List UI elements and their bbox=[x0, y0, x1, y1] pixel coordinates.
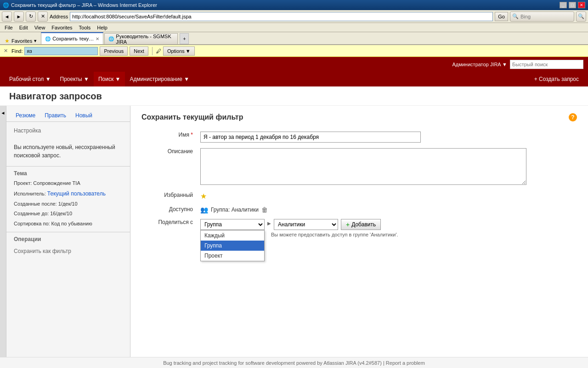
find-options-label: Options bbox=[167, 48, 185, 54]
description-textarea[interactable] bbox=[200, 148, 526, 185]
delete-group-icon[interactable]: 🗑 bbox=[261, 206, 268, 213]
menu-view[interactable]: View bbox=[32, 23, 48, 32]
share-note: Вы можете предоставить доступ в группе '… bbox=[271, 232, 573, 237]
tab-save-filter[interactable]: 🌐 Сохранить теку… ✕ bbox=[41, 32, 103, 44]
highlight-icon: 🖊 bbox=[156, 48, 161, 54]
maximize-button[interactable]: □ bbox=[569, 2, 576, 8]
favorites-label[interactable]: Favorites bbox=[11, 38, 32, 44]
sidebar-meta-sort: Сортировка по: Код по убыванию bbox=[6, 219, 130, 229]
dropdown-item-everyone[interactable]: Каждый bbox=[201, 230, 264, 241]
share-row: Группа Каждый Проект Каждый Группа Проек… bbox=[200, 219, 573, 230]
tab-close-save[interactable]: ✕ bbox=[96, 36, 99, 41]
find-separator bbox=[152, 47, 153, 55]
forward-button[interactable]: ► bbox=[14, 12, 24, 22]
add-label: Добавить bbox=[351, 221, 376, 228]
description-label: Описание bbox=[141, 145, 197, 189]
app-nav: Рабочий стол ▼ Проекты ▼ Поиск ▼ Админис… bbox=[0, 72, 588, 86]
find-options-button[interactable]: Options ▼ bbox=[163, 46, 195, 56]
add-share-button[interactable]: + Добавить bbox=[341, 219, 381, 230]
group-select[interactable]: Аналитики bbox=[274, 219, 338, 230]
nav-projects[interactable]: Проекты ▼ bbox=[56, 72, 94, 86]
sidebar-meta-executor: Исполнитель: Текущий пользователь bbox=[6, 189, 130, 199]
filter-name-input[interactable] bbox=[200, 132, 421, 143]
form-table: Имя * Описание Избранный ★ bbox=[141, 129, 577, 240]
close-button[interactable]: ✕ bbox=[578, 2, 585, 8]
available-group-text: Группа: Аналитики bbox=[211, 207, 259, 213]
find-next-button[interactable]: Next bbox=[130, 46, 148, 56]
dropdown-item-project[interactable]: Проект bbox=[201, 251, 264, 261]
name-label: Имя * bbox=[141, 129, 197, 145]
admin-label[interactable]: Администратор JIRA ▼ bbox=[452, 62, 507, 67]
sidebar-meta-created-before: Созданные до: 16/дек/10 bbox=[6, 209, 130, 219]
address-bar: ◄ ► ↻ ✕ Address Go 🔍 🔍 bbox=[0, 10, 588, 23]
quick-search-input[interactable] bbox=[510, 60, 583, 69]
sidebar-tab-edit[interactable]: Править bbox=[40, 110, 71, 121]
search-button[interactable]: 🔍 bbox=[510, 12, 574, 22]
bing-search-input[interactable] bbox=[520, 14, 562, 19]
title-bar: 🌐 Сохранить текущий фильтр – JIRA – Wind… bbox=[0, 0, 588, 10]
tab-label-manager: Руководитель - SGMSK JIRA bbox=[116, 34, 174, 45]
share-type-wrapper: Группа Каждый Проект Каждый Группа Проек… bbox=[200, 219, 265, 230]
share-type-dropdown: Каждый Группа Проект bbox=[200, 230, 265, 261]
find-close-button[interactable]: ✕ bbox=[4, 48, 8, 54]
tab-manager[interactable]: 🌐 Руководитель - SGMSK JIRA bbox=[104, 33, 178, 44]
executor-link[interactable]: Текущий пользователь bbox=[47, 189, 106, 199]
window-title: Сохранить текущий фильтр – JIRA – Window… bbox=[11, 2, 157, 8]
sidebar-tab-resume[interactable]: Резюме bbox=[11, 110, 40, 121]
find-label: Find: bbox=[11, 48, 23, 54]
stop-button[interactable]: ✕ bbox=[38, 12, 48, 22]
form-row-share: Поделиться с Группа Каждый Проект Кажд bbox=[141, 216, 577, 240]
new-tab-button[interactable]: + bbox=[180, 33, 189, 44]
form-row-name: Имя * bbox=[141, 129, 577, 145]
tab-label-save: Сохранить теку… bbox=[52, 36, 94, 41]
nav-admin[interactable]: Администрирование ▼ bbox=[125, 72, 194, 86]
sidebar-info-text: Вы используете новый, несохраненный поис… bbox=[6, 139, 130, 163]
quick-search-bar: Администратор JIRA ▼ bbox=[0, 57, 588, 72]
sidebar-tabs: Резюме Править Новый bbox=[6, 110, 130, 122]
menu-favorites[interactable]: Favorites bbox=[49, 23, 75, 32]
favorites-arrow: ▼ bbox=[33, 39, 37, 43]
sidebar-settings-link[interactable]: Настройка bbox=[14, 126, 123, 136]
browser-icon: 🌐 bbox=[3, 2, 9, 8]
share-type-select[interactable]: Группа Каждый Проект bbox=[200, 219, 265, 230]
page-title: Навигатор запросов bbox=[9, 91, 581, 102]
find-previous-button[interactable]: Previous bbox=[100, 46, 128, 56]
tab-icon-manager: 🌐 bbox=[108, 36, 114, 41]
minimize-button[interactable]: _ bbox=[560, 2, 567, 8]
go-button[interactable]: Go bbox=[495, 12, 508, 21]
content-area: Сохранить текущий фильтр ? Имя * Описани… bbox=[130, 106, 588, 357]
favorite-star[interactable]: ★ bbox=[200, 192, 207, 200]
tabs-bar: ★ Favorites ▼ 🌐 Сохранить теку… ✕ 🌐 Руко… bbox=[0, 32, 588, 45]
help-icon[interactable]: ? bbox=[569, 113, 577, 121]
tab-icon-save: 🌐 bbox=[45, 36, 51, 41]
dropdown-item-group[interactable]: Группа bbox=[201, 241, 264, 251]
menu-bar: File Edit View Favorites Tools Help bbox=[0, 23, 588, 32]
sidebar: Резюме Править Новый Настройка Вы исполь… bbox=[6, 106, 130, 357]
form-row-favorite: Избранный ★ bbox=[141, 189, 577, 203]
sidebar-operations-label: Операции bbox=[6, 232, 130, 244]
menu-edit[interactable]: Edit bbox=[17, 23, 31, 32]
nav-desktop[interactable]: Рабочий стол ▼ bbox=[5, 72, 56, 86]
group-people-icon: 👥 bbox=[200, 206, 208, 213]
menu-help[interactable]: Help bbox=[94, 23, 110, 32]
save-filter-link[interactable]: Сохранить как фильтр bbox=[14, 246, 123, 256]
address-input[interactable] bbox=[70, 12, 493, 21]
find-bar: ✕ Find: Previous Next 🖊 Options ▼ bbox=[0, 45, 588, 57]
refresh-button[interactable]: ↻ bbox=[26, 12, 36, 22]
address-label: Address bbox=[50, 14, 68, 19]
nav-search[interactable]: Поиск ▼ bbox=[94, 72, 125, 86]
favorite-label: Избранный bbox=[141, 189, 197, 203]
sidebar-collapse-button[interactable]: ◄ bbox=[0, 106, 6, 357]
sidebar-tab-new[interactable]: Новый bbox=[71, 110, 97, 121]
available-row: 👥 Группа: Аналитики 🗑 bbox=[200, 206, 573, 213]
menu-tools[interactable]: Tools bbox=[76, 23, 94, 32]
search-submit-icon[interactable]: 🔍 bbox=[576, 12, 586, 22]
find-input[interactable] bbox=[24, 47, 98, 55]
menu-file[interactable]: File bbox=[2, 23, 16, 32]
footer-text: Bug tracking and project tracking for so… bbox=[163, 360, 425, 366]
back-button[interactable]: ◄ bbox=[2, 12, 12, 22]
create-request-button[interactable]: + Создать запрос bbox=[530, 72, 583, 86]
favorites-star-icon: ★ bbox=[5, 38, 10, 44]
sidebar-meta-project: Проект: Сопровождение ТIA bbox=[6, 178, 130, 189]
add-plus-icon: + bbox=[346, 221, 350, 228]
